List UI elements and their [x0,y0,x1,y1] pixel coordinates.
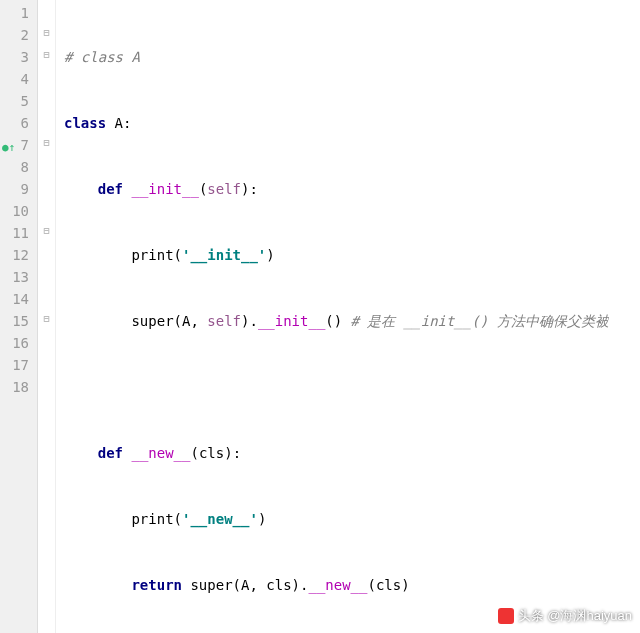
line-number: ●↑7 [4,134,29,156]
code-line: super(A, self).__init__() # 是在 __init__(… [64,310,609,332]
fold-icon[interactable]: ⊟ [38,132,55,154]
code-area[interactable]: # class A class A: def __init__(self): p… [56,0,609,633]
line-number: 5 [4,90,29,112]
line-number: 8 [4,156,29,178]
fold-gutter: ⊟⊟⊟⊟⊟ [38,0,56,633]
line-number: 9 [4,178,29,200]
code-line: return super(A, cls).__new__(cls) [64,574,609,596]
line-number-gutter: 1 2 3 4 5 6 ●↑7 8 9 10 11 12 13 14 15 16… [0,0,38,633]
code-line: print('__new__') [64,508,609,530]
line-number: 13 [4,266,29,288]
line-number: 11 [4,222,29,244]
watermark-text: 头条 @海渊haiyuan [518,607,632,625]
line-number: 14 [4,288,29,310]
fold-icon[interactable]: ⊟ [38,220,55,242]
code-line [64,376,609,398]
line-number: 18 [4,376,29,398]
watermark: 头条 @海渊haiyuan [498,607,632,625]
fold-icon[interactable]: ⊟ [38,44,55,66]
line-number: 1 [4,2,29,24]
code-line: # class A [64,46,609,68]
line-number: 10 [4,200,29,222]
code-editor[interactable]: 1 2 3 4 5 6 ●↑7 8 9 10 11 12 13 14 15 16… [0,0,640,633]
fold-icon[interactable]: ⊟ [38,22,55,44]
line-number: 17 [4,354,29,376]
line-number: 12 [4,244,29,266]
line-number: 2 [4,24,29,46]
line-number: 6 [4,112,29,134]
line-number: 4 [4,68,29,90]
code-line: class A: [64,112,609,134]
code-line: def __new__(cls): [64,442,609,464]
line-number: 16 [4,332,29,354]
fold-icon[interactable]: ⊟ [38,308,55,330]
code-line: def __init__(self): [64,178,609,200]
line-number: 3 [4,46,29,68]
watermark-icon [498,608,514,624]
code-line: print('__init__') [64,244,609,266]
line-number: 15 [4,310,29,332]
